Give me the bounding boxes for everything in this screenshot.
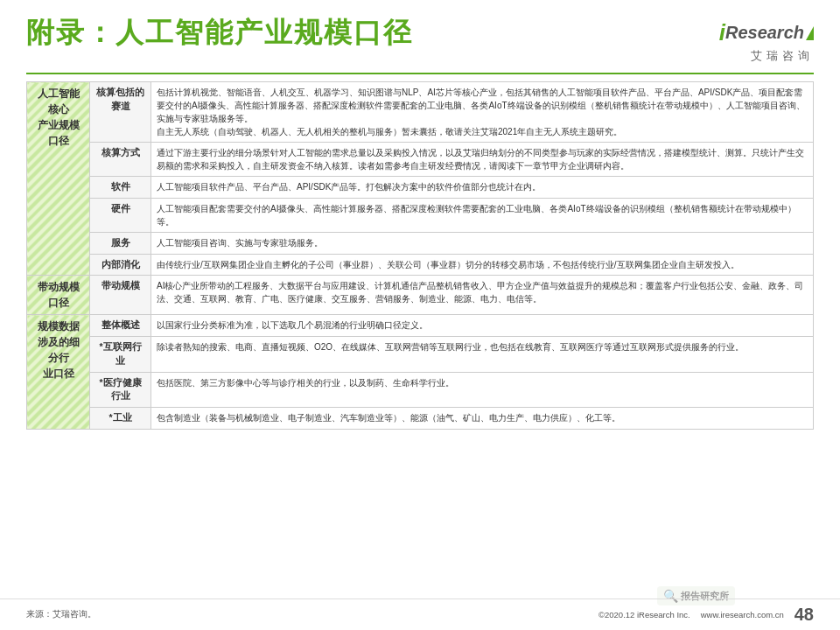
page-number: 48 [794,605,814,625]
table-row: 内部消化 由传统行业/互联网集团企业自主孵化的子公司（事业群）、关联公司（事业群… [27,254,814,276]
table-row: 软件 人工智能项目软件产品、平台产品、API/SDK产品等。打包解决方案中的软件… [27,177,814,199]
sub-label: *互联网行业 [90,337,151,373]
content-cell: 由传统行业/互联网集团企业自主孵化的子公司（事业群）、关联公司（事业群）切分的转… [151,254,814,276]
content-cell: AI核心产业所带动的工程服务、大数据平台与应用建设、计算机通信产品整机销售收入、… [151,276,814,315]
sub-label: 硬件 [90,198,151,232]
table-row: 人工智能核心产业规模口径 核算包括的赛道 包括计算机视觉、智能语音、人机交互、机… [27,82,814,143]
footer-website: www.iresearch.com.cn [701,610,784,620]
sub-label: 软件 [90,177,151,199]
content-cell: 人工智能项目咨询、实施与专家驻场服务。 [151,232,814,254]
footer-right: ©2020.12 iResearch Inc. www.iresearch.co… [598,605,814,625]
logo-icon: i [719,19,725,46]
footer: 来源：艾瑞咨询。 ©2020.12 iResearch Inc. www.ire… [0,598,840,630]
category-cell-3: 规模数据涉及的细分行业口径 [27,315,90,430]
content-cell: 人工智能项目配套需要交付的AI摄像头、高性能计算服务器、搭配深度检测软件需要配套… [151,198,814,232]
logo-triangle [806,26,814,40]
category-cell-2: 带动规模口径 [27,276,90,315]
content-cell: 包含制造业（装备与机械制造业、电子制造业、汽车制造业等）、能源（油气、矿山、电力… [151,408,814,430]
content-cell: 包括医院、第三方影像中心等与诊疗相关的行业，以及制药、生命科学行业。 [151,372,814,408]
table-row: 带动规模口径 带动规模 AI核心产业所带动的工程服务、大数据平台与应用建设、计算… [27,276,814,315]
sub-label: 服务 [90,232,151,254]
category-cell-1: 人工智能核心产业规模口径 [27,82,90,276]
content-cell: 通过下游主要行业的细分场景针对人工智能的需求总量以及采购投入情况，以及艾瑞归纳划… [151,143,814,177]
sub-label: *医疗健康行业 [90,372,151,408]
content-cell: 除读者熟知的搜索、电商、直播短视频、O2O、在线媒体、互联网营销等互联网行业，也… [151,337,814,373]
footer-copyright: ©2020.12 iResearch Inc. [598,610,690,620]
page: 附录：人工智能产业规模口径 i Research 艾瑞咨询 人工智能核心产业规模… [0,0,840,630]
table-row: 核算方式 通过下游主要行业的细分场景针对人工智能的需求总量以及采购投入情况，以及… [27,143,814,177]
page-title: 附录：人工智能产业规模口径 [26,16,413,49]
sub-label: *工业 [90,408,151,430]
main-table: 人工智能核心产业规模口径 核算包括的赛道 包括计算机视觉、智能语音、人机交互、机… [26,81,814,430]
sub-label: 整体概述 [90,315,151,337]
content-cell: 以国家行业分类标准为准，以下选取几个易混淆的行业明确口径定义。 [151,315,814,337]
content-cell: 人工智能项目软件产品、平台产品、API/SDK产品等。打包解决方案中的软件价值部… [151,177,814,199]
content-cell: 包括计算机视觉、智能语音、人机交互、机器学习、知识图谱与NLP、AI芯片等核心产… [151,82,814,143]
table-row: *工业 包含制造业（装备与机械制造业、电子制造业、汽车制造业等）、能源（油气、矿… [27,408,814,430]
table-row: 服务 人工智能项目咨询、实施与专家驻场服务。 [27,232,814,254]
logo-area: i Research 艾瑞咨询 [719,16,814,64]
table-row: 规模数据涉及的细分行业口径 整体概述 以国家行业分类标准为准，以下选取几个易混淆… [27,315,814,337]
table-row: *互联网行业 除读者熟知的搜索、电商、直播短视频、O2O、在线媒体、互联网营销等… [27,337,814,373]
logo-sub: 艾瑞咨询 [751,48,814,64]
sub-label: 带动规模 [90,276,151,315]
logo-brand: Research [725,23,804,43]
table-row: *医疗健康行业 包括医院、第三方影像中心等与诊疗相关的行业，以及制药、生命科学行… [27,372,814,408]
header: 附录：人工智能产业规模口径 i Research 艾瑞咨询 [26,16,814,64]
sub-label: 核算包括的赛道 [90,82,151,143]
sub-label: 内部消化 [90,254,151,276]
table-row: 硬件 人工智能项目配套需要交付的AI摄像头、高性能计算服务器、搭配深度检测软件需… [27,198,814,232]
header-divider [26,73,814,74]
footer-source: 来源：艾瑞咨询。 [26,609,96,620]
sub-label: 核算方式 [90,143,151,177]
